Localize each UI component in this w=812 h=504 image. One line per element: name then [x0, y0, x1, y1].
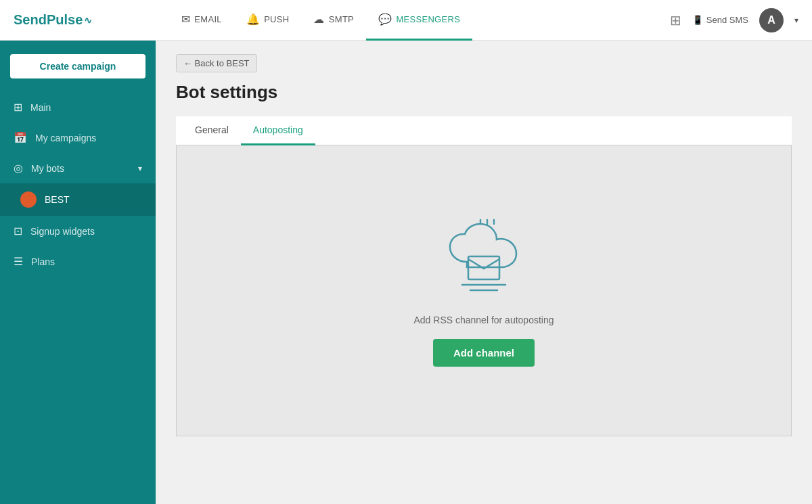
- push-icon: 🔔: [246, 13, 260, 26]
- autoposting-content-panel: Add RSS channel for autoposting Add chan…: [176, 145, 792, 436]
- sidebar-best-label: BEST: [45, 194, 142, 205]
- sidebar-item-plans[interactable]: ☰ Plans: [0, 246, 156, 277]
- logo: SendPulse∿: [14, 12, 169, 28]
- sidebar-item-main[interactable]: ⊞ Main: [0, 92, 156, 122]
- avatar[interactable]: A: [759, 8, 784, 32]
- send-sms-label: Send SMS: [706, 15, 748, 25]
- my-campaigns-icon: 📅: [14, 131, 27, 144]
- nav-smtp-label: SMTP: [329, 14, 354, 24]
- nav-messengers[interactable]: 💬 MESSENGERS: [366, 0, 472, 41]
- autoposting-description: Add RSS channel for autoposting: [413, 315, 554, 325]
- sidebar-bots-label: My bots: [31, 163, 130, 174]
- sidebar-signup-label: Signup widgets: [30, 226, 142, 237]
- nav-smtp[interactable]: ☁ SMTP: [301, 0, 366, 41]
- nav-messengers-label: MESSENGERS: [396, 14, 460, 24]
- sidebar-campaigns-label: My campaigns: [35, 133, 142, 143]
- avatar-letter: A: [767, 14, 775, 26]
- plans-icon: ☰: [14, 255, 23, 268]
- back-to-best-link[interactable]: ← Back to BEST: [176, 54, 257, 72]
- send-sms-button[interactable]: 📱 Send SMS: [692, 15, 748, 25]
- email-icon: ✉: [181, 13, 190, 26]
- page-title: Bot settings: [176, 82, 792, 103]
- avatar-caret-icon[interactable]: ▾: [794, 16, 798, 25]
- nav-right: ⊞ 📱 Send SMS A ▾: [670, 8, 798, 32]
- messengers-icon: 💬: [378, 13, 392, 26]
- main-icon: ⊞: [14, 101, 22, 114]
- logo-text: SendPulse: [14, 12, 83, 28]
- bot-dot-icon: [20, 191, 37, 208]
- content-area: ← Back to BEST Bot settings General Auto…: [156, 41, 812, 450]
- phone-icon: 📱: [692, 15, 703, 25]
- logo-wave: ∿: [84, 15, 92, 26]
- rss-illustration: [430, 214, 538, 298]
- tab-autoposting[interactable]: Autoposting: [241, 116, 315, 145]
- sidebar-item-signup-widgets[interactable]: ⊡ Signup widgets: [0, 216, 156, 246]
- nav-push[interactable]: 🔔 PUSH: [234, 0, 302, 41]
- tabs: General Autoposting: [176, 116, 792, 145]
- nav-email[interactable]: ✉ EMAIL: [169, 0, 234, 41]
- nav-items: ✉ EMAIL 🔔 PUSH ☁ SMTP 💬 MESSENGERS: [169, 0, 670, 41]
- smtp-icon: ☁: [313, 13, 324, 26]
- sidebar-plans-label: Plans: [31, 256, 142, 267]
- nav-email-label: EMAIL: [194, 14, 222, 24]
- layout: Create campaign ⊞ Main 📅 My campaigns ◎ …: [0, 41, 812, 504]
- sidebar: Create campaign ⊞ Main 📅 My campaigns ◎ …: [0, 41, 156, 504]
- add-channel-button[interactable]: Add channel: [433, 339, 535, 367]
- tab-general[interactable]: General: [183, 116, 241, 145]
- top-nav: SendPulse∿ ✉ EMAIL 🔔 PUSH ☁ SMTP 💬 MESSE…: [0, 0, 812, 41]
- sidebar-item-my-campaigns[interactable]: 📅 My campaigns: [0, 122, 156, 153]
- main-content: ← Back to BEST Bot settings General Auto…: [156, 41, 812, 504]
- sidebar-main-label: Main: [30, 102, 142, 113]
- signup-widgets-icon: ⊡: [14, 225, 22, 237]
- sidebar-item-best[interactable]: BEST: [0, 183, 156, 216]
- sidebar-item-my-bots[interactable]: ◎ My bots ▾: [0, 153, 156, 183]
- gift-icon[interactable]: ⊞: [670, 12, 681, 28]
- my-bots-caret-icon: ▾: [138, 164, 142, 173]
- create-campaign-button[interactable]: Create campaign: [10, 54, 145, 78]
- nav-push-label: PUSH: [264, 14, 289, 24]
- my-bots-icon: ◎: [14, 162, 23, 175]
